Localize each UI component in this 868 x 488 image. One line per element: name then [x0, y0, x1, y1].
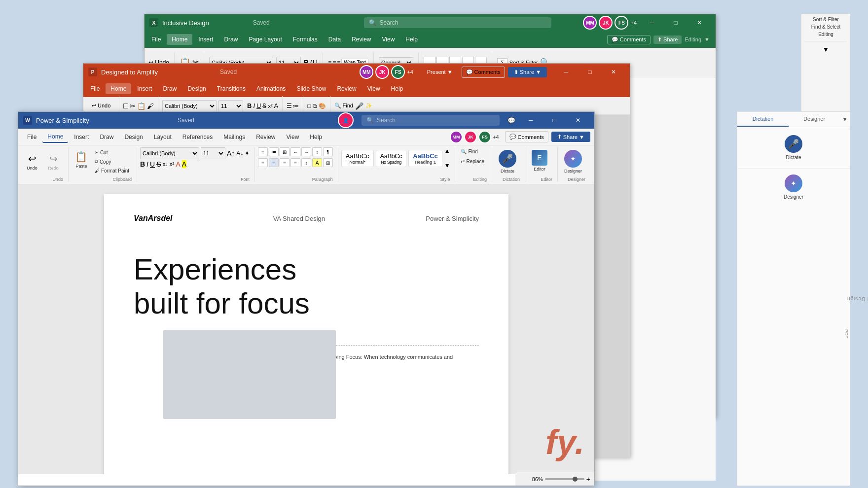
- word-copy-btn[interactable]: ⧉ Copy: [92, 157, 132, 166]
- designer-panel-tab[interactable]: Designer: [789, 112, 840, 127]
- word-paste-btn[interactable]: 📋 Paste: [72, 148, 91, 171]
- word-menu-mailings[interactable]: Mailings: [218, 132, 250, 142]
- word-menu-references[interactable]: References: [178, 132, 217, 142]
- ppt-new-slide-icon[interactable]: □: [123, 102, 128, 110]
- word-menu-insert[interactable]: Insert: [69, 132, 94, 142]
- excel-menu-formulas[interactable]: Formulas: [288, 34, 323, 45]
- word-bullets-btn[interactable]: ≡: [258, 147, 268, 156]
- ppt-menu-transitions[interactable]: Transitions: [212, 83, 251, 94]
- word-italic-btn[interactable]: I: [146, 160, 148, 168]
- excel-expand-icon[interactable]: ▼: [804, 45, 847, 53]
- ppt-menu-home[interactable]: Home: [106, 83, 131, 94]
- ppt-cut-icon[interactable]: ✂: [130, 102, 136, 110]
- word-menu-file[interactable]: File: [22, 132, 41, 142]
- ppt-bold-btn[interactable]: B: [247, 102, 252, 109]
- ppt-close-btn[interactable]: ✕: [602, 64, 625, 80]
- word-comments-toggle-btn[interactable]: 💬: [507, 117, 515, 124]
- ppt-menu-slideshow[interactable]: Slide Show: [291, 83, 331, 94]
- zoom-slider[interactable]: [545, 478, 584, 480]
- excel-share-btn[interactable]: ⬆ Share: [653, 35, 682, 44]
- word-close-btn[interactable]: ✕: [567, 112, 589, 129]
- ppt-superscript-btn[interactable]: x²: [268, 103, 272, 109]
- ppt-comments-btn[interactable]: 💬 Comments: [462, 67, 505, 78]
- ppt-arrange-btn[interactable]: ⧉: [313, 103, 317, 109]
- word-undo-btn[interactable]: ↩ Undo: [22, 150, 42, 173]
- excel-menu-home[interactable]: Home: [167, 34, 192, 45]
- excel-menu-file[interactable]: File: [146, 34, 166, 45]
- ppt-designer-sparkle-btn[interactable]: ✨: [365, 103, 372, 109]
- word-shrink-font-btn[interactable]: A↓: [236, 150, 243, 157]
- ppt-menu-help[interactable]: Help: [386, 83, 408, 94]
- word-align-left-btn[interactable]: ≡: [258, 158, 268, 167]
- ppt-menu-review[interactable]: Review: [332, 83, 361, 94]
- ppt-font-select[interactable]: Calibri (Body): [162, 100, 217, 112]
- ppt-find-btn[interactable]: 🔍 Find: [334, 103, 353, 109]
- word-format-paint-btn[interactable]: 🖌 Format Paint: [92, 167, 132, 175]
- word-cut-btn[interactable]: ✂ Cut: [92, 148, 132, 157]
- ppt-paste-icon[interactable]: 📋: [137, 102, 145, 110]
- word-strikethrough-btn[interactable]: S: [156, 160, 161, 168]
- word-style-heading1[interactable]: AaBbCc Heading 1: [408, 150, 442, 167]
- ppt-menu-view[interactable]: View: [362, 83, 385, 94]
- excel-menu-view[interactable]: View: [377, 34, 400, 45]
- excel-sort-filter-btn[interactable]: Sort & Filter: [804, 17, 847, 22]
- excel-menu-data[interactable]: Data: [324, 34, 346, 45]
- ppt-menu-file[interactable]: File: [85, 83, 105, 94]
- designer-wand-btn[interactable]: ✦ Designer: [741, 174, 846, 200]
- word-highlight-btn[interactable]: A: [182, 160, 186, 168]
- ppt-underline-btn[interactable]: U: [256, 102, 261, 109]
- ppt-maximize-btn[interactable]: □: [579, 64, 601, 80]
- ppt-present-btn[interactable]: Present ▼: [421, 67, 459, 77]
- zoom-in-btn[interactable]: +: [586, 475, 590, 483]
- word-bold-btn[interactable]: B: [140, 160, 145, 168]
- word-replace-btn[interactable]: ⇄ Replace: [458, 157, 487, 166]
- word-numbering-btn[interactable]: ≔: [269, 147, 279, 156]
- dictate-mic-btn[interactable]: 🎤 Dictate: [785, 135, 802, 160]
- word-find-btn[interactable]: 🔍 Find: [458, 147, 487, 156]
- word-redo-btn[interactable]: ↪ Redo: [43, 150, 63, 173]
- word-borders-btn[interactable]: ⊞: [323, 158, 333, 167]
- word-menu-review[interactable]: Review: [251, 132, 280, 142]
- ppt-share-btn[interactable]: ⬆ Share ▼: [508, 67, 547, 77]
- word-styles-down-btn[interactable]: ▼: [444, 162, 450, 169]
- word-fontcolor-btn[interactable]: A: [176, 160, 180, 168]
- word-editor-btn[interactable]: E Editor: [528, 147, 551, 174]
- word-shading-btn[interactable]: A: [312, 158, 322, 167]
- word-search-box[interactable]: 🔍 Search: [362, 115, 500, 126]
- panel-collapse-btn[interactable]: ▼: [840, 112, 850, 127]
- word-increase-indent-btn[interactable]: →: [301, 147, 311, 156]
- word-grow-font-btn[interactable]: A↑: [227, 149, 235, 157]
- excel-menu-insert[interactable]: Insert: [193, 34, 218, 45]
- ppt-fontsize-select[interactable]: 11: [218, 100, 243, 112]
- word-decrease-indent-btn[interactable]: ←: [290, 147, 300, 156]
- ppt-quickstyles-btn[interactable]: 🎨: [319, 103, 326, 109]
- ppt-menu-draw[interactable]: Draw: [158, 83, 181, 94]
- word-menu-help[interactable]: Help: [305, 132, 327, 142]
- word-designer-btn[interactable]: ✦ Designer: [561, 147, 585, 176]
- excel-menu-pagelayout[interactable]: Page Layout: [244, 34, 287, 45]
- ppt-menu-insert[interactable]: Insert: [132, 83, 157, 94]
- excel-comments-btn[interactable]: 💬 Comments: [607, 35, 651, 44]
- word-minimize-btn[interactable]: ─: [519, 112, 542, 129]
- word-subscript-btn[interactable]: x₂: [162, 161, 168, 168]
- word-clear-format-btn[interactable]: ✦: [245, 150, 250, 157]
- ppt-minimize-btn[interactable]: ─: [555, 64, 578, 80]
- word-maximize-btn[interactable]: □: [543, 112, 566, 129]
- word-menu-layout[interactable]: Layout: [149, 132, 177, 142]
- excel-maximize-btn[interactable]: □: [664, 14, 687, 31]
- ppt-numbering-btn[interactable]: ≔: [293, 103, 299, 109]
- ppt-menu-design[interactable]: Design: [182, 83, 211, 94]
- ppt-shape-btn[interactable]: □: [307, 103, 311, 109]
- ppt-bullet-btn[interactable]: ☰: [287, 103, 292, 109]
- word-superscript-btn[interactable]: x²: [169, 161, 174, 168]
- excel-menu-draw[interactable]: Draw: [219, 34, 243, 45]
- excel-find-select-btn[interactable]: Find & Select: [804, 24, 847, 30]
- dictation-panel-tab[interactable]: Dictation: [737, 112, 789, 127]
- ppt-fontcolor-btn[interactable]: A: [274, 102, 279, 109]
- word-styles-up-btn[interactable]: ▲: [444, 147, 450, 154]
- excel-menu-review[interactable]: Review: [347, 34, 376, 45]
- word-style-nospace[interactable]: AaBbCc No Spacing: [376, 150, 407, 167]
- ppt-menu-animations[interactable]: Animations: [252, 83, 290, 94]
- ppt-italic-btn[interactable]: I: [253, 102, 255, 109]
- word-comments-btn[interactable]: 💬 Comments: [505, 131, 548, 142]
